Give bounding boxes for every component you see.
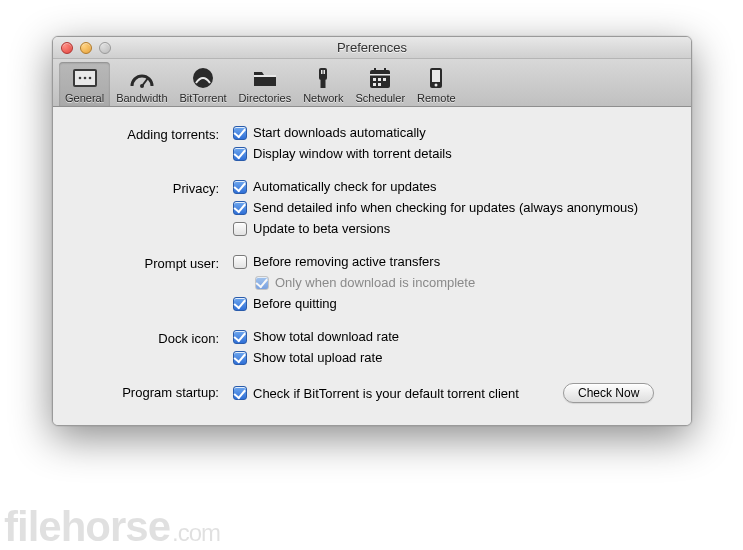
checkbox-label: Show total download rate bbox=[253, 329, 399, 344]
directories-icon bbox=[251, 66, 279, 90]
tab-label: Network bbox=[303, 92, 343, 104]
preferences-toolbar: General Bandwidth BitTorrent Directories… bbox=[53, 59, 691, 107]
svg-point-24 bbox=[435, 84, 438, 87]
checkbox-check-updates[interactable] bbox=[233, 180, 247, 194]
minimize-button[interactable] bbox=[80, 42, 92, 54]
section-label: Prompt user: bbox=[73, 254, 233, 271]
svg-rect-16 bbox=[378, 78, 381, 81]
tab-label: BitTorrent bbox=[180, 92, 227, 104]
section-label: Program startup: bbox=[73, 383, 233, 400]
tab-label: Directories bbox=[239, 92, 292, 104]
checkbox-before-quitting[interactable] bbox=[233, 297, 247, 311]
svg-rect-18 bbox=[373, 83, 376, 86]
svg-point-4 bbox=[88, 77, 91, 80]
svg-rect-17 bbox=[383, 78, 386, 81]
tab-network[interactable]: Network bbox=[297, 62, 349, 106]
section-privacy: Privacy: Automatically check for updates… bbox=[73, 179, 671, 236]
checkbox-label: Automatically check for updates bbox=[253, 179, 437, 194]
tab-label: Remote bbox=[417, 92, 456, 104]
checkbox-show-upload-rate[interactable] bbox=[233, 351, 247, 365]
section-label: Adding torrents: bbox=[73, 125, 233, 142]
watermark: filehorse.com bbox=[4, 506, 220, 548]
tab-bittorrent[interactable]: BitTorrent bbox=[174, 62, 233, 106]
preferences-window: Preferences General Bandwidth BitTorrent… bbox=[52, 36, 692, 426]
watermark-domain: .com bbox=[172, 519, 220, 546]
checkbox-beta-versions[interactable] bbox=[233, 222, 247, 236]
checkbox-before-removing[interactable] bbox=[233, 255, 247, 269]
checkbox-label: Show total upload rate bbox=[253, 350, 382, 365]
section-adding-torrents: Adding torrents: Start downloads automat… bbox=[73, 125, 671, 161]
bittorrent-icon bbox=[189, 66, 217, 90]
titlebar: Preferences bbox=[53, 37, 691, 59]
checkbox-label: Check if BitTorrent is your default torr… bbox=[253, 386, 519, 401]
svg-rect-15 bbox=[373, 78, 376, 81]
tab-label: General bbox=[65, 92, 104, 104]
zoom-button[interactable] bbox=[99, 42, 111, 54]
checkbox-label: Send detailed info when checking for upd… bbox=[253, 200, 638, 215]
checkbox-send-detailed-info[interactable] bbox=[233, 201, 247, 215]
svg-rect-20 bbox=[374, 68, 376, 72]
checkbox-label: Before quitting bbox=[253, 296, 337, 311]
svg-rect-10 bbox=[321, 70, 323, 74]
close-button[interactable] bbox=[61, 42, 73, 54]
svg-rect-11 bbox=[324, 70, 326, 74]
watermark-brand: filehorse bbox=[4, 503, 170, 550]
tab-label: Bandwidth bbox=[116, 92, 167, 104]
tab-label: Scheduler bbox=[356, 92, 406, 104]
tab-remote[interactable]: Remote bbox=[411, 62, 462, 106]
section-label: Dock icon: bbox=[73, 329, 233, 346]
bandwidth-icon bbox=[128, 66, 156, 90]
tab-directories[interactable]: Directories bbox=[233, 62, 298, 106]
svg-rect-19 bbox=[378, 83, 381, 86]
preferences-content: Adding torrents: Start downloads automat… bbox=[53, 107, 691, 425]
svg-point-6 bbox=[140, 84, 144, 88]
tab-scheduler[interactable]: Scheduler bbox=[350, 62, 412, 106]
svg-point-2 bbox=[78, 77, 81, 80]
checkbox-start-downloads[interactable] bbox=[233, 126, 247, 140]
tab-general[interactable]: General bbox=[59, 62, 110, 106]
svg-rect-8 bbox=[254, 75, 276, 77]
remote-icon bbox=[422, 66, 450, 90]
tab-bandwidth[interactable]: Bandwidth bbox=[110, 62, 173, 106]
svg-point-3 bbox=[83, 77, 86, 80]
section-prompt-user: Prompt user: Before removing active tran… bbox=[73, 254, 671, 311]
checkbox-display-window[interactable] bbox=[233, 147, 247, 161]
checkbox-label: Start downloads automatically bbox=[253, 125, 426, 140]
checkbox-show-download-rate[interactable] bbox=[233, 330, 247, 344]
traffic-lights bbox=[53, 42, 111, 54]
svg-rect-23 bbox=[432, 70, 440, 82]
checkbox-label: Display window with torrent details bbox=[253, 146, 452, 161]
svg-rect-14 bbox=[370, 74, 390, 76]
checkbox-label: Update to beta versions bbox=[253, 221, 390, 236]
checkbox-label: Only when download is incomplete bbox=[275, 275, 475, 290]
scheduler-icon bbox=[366, 66, 394, 90]
checkbox-label: Before removing active transfers bbox=[253, 254, 440, 269]
section-program-startup: Program startup: Check if BitTorrent is … bbox=[73, 383, 671, 403]
checkbox-only-incomplete bbox=[255, 276, 269, 290]
section-label: Privacy: bbox=[73, 179, 233, 196]
svg-rect-21 bbox=[384, 68, 386, 72]
check-now-button[interactable]: Check Now bbox=[563, 383, 654, 403]
svg-rect-9 bbox=[319, 68, 327, 80]
checkbox-default-client[interactable] bbox=[233, 386, 247, 400]
general-icon bbox=[71, 66, 99, 90]
network-icon bbox=[309, 66, 337, 90]
window-title: Preferences bbox=[53, 40, 691, 55]
section-dock-icon: Dock icon: Show total download rate Show… bbox=[73, 329, 671, 365]
